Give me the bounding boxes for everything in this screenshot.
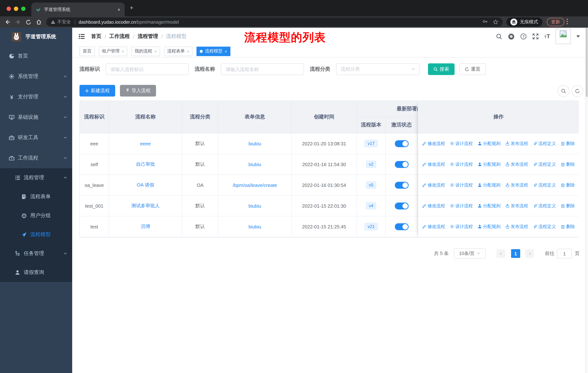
- process-definition-link[interactable]: 流程定义: [533, 203, 556, 209]
- breadcrumb-process-management[interactable]: 流程管理: [138, 33, 158, 40]
- avatar[interactable]: [556, 29, 571, 44]
- process-definition-link[interactable]: 流程定义: [533, 141, 556, 147]
- publish-process-link[interactable]: 发布流程: [505, 161, 528, 167]
- assign-rule-link[interactable]: 分配规则: [478, 161, 501, 167]
- zoom-window-button[interactable]: [21, 6, 26, 11]
- sidebar-item-system[interactable]: 系统管理: [0, 66, 72, 87]
- page-scrollbar[interactable]: [585, 28, 588, 373]
- create-process-button[interactable]: 新建流程: [79, 85, 115, 97]
- prev-page-button[interactable]: [496, 249, 505, 258]
- sidebar-item-process-model[interactable]: 流程模型: [0, 225, 72, 244]
- app-logo[interactable]: 芋道管理系统: [0, 28, 72, 46]
- tag-close-icon[interactable]: ×: [225, 49, 227, 53]
- process-name-link[interactable]: eeee: [140, 141, 151, 146]
- search-icon[interactable]: [496, 33, 502, 40]
- breadcrumb-workflow[interactable]: 工作流程: [109, 33, 130, 40]
- address-bar[interactable]: 不安全 dashboard.yudao.iocoder.cn/bpm/manag…: [46, 18, 503, 27]
- publish-process-link[interactable]: 发布流程: [505, 141, 528, 147]
- refresh-table-button[interactable]: [572, 85, 583, 97]
- design-process-link[interactable]: 设计流程: [450, 203, 473, 209]
- import-process-button[interactable]: 导入流程: [120, 85, 156, 97]
- form-info-link[interactable]: biubiu: [248, 203, 261, 209]
- form-info-link[interactable]: biubiu: [248, 161, 261, 167]
- edit-process-link[interactable]: 修改流程: [422, 182, 445, 188]
- github-icon[interactable]: [508, 33, 515, 40]
- process-definition-link[interactable]: 流程定义: [533, 182, 556, 188]
- process-definition-link[interactable]: 流程定义: [533, 223, 556, 230]
- delete-link[interactable]: 删除: [561, 141, 575, 147]
- form-info-link[interactable]: biubiu: [248, 224, 261, 229]
- sidebar-item-process-management[interactable]: 流程管理: [0, 168, 72, 187]
- process-key-input[interactable]: [106, 63, 189, 75]
- process-name-link[interactable]: 滔博: [141, 223, 150, 230]
- edit-process-link[interactable]: 修改流程: [422, 203, 445, 209]
- sidebar-item-dev-tools[interactable]: 研发工具: [0, 128, 72, 148]
- assign-rule-link[interactable]: 分配规则: [478, 203, 501, 209]
- sidebar-item-infrastructure[interactable]: 基础设施: [0, 107, 72, 128]
- help-icon[interactable]: ?: [520, 33, 527, 40]
- reset-button[interactable]: 重置: [459, 63, 486, 75]
- process-definition-link[interactable]: 流程定义: [533, 161, 556, 167]
- sidebar-item-home[interactable]: 首页: [0, 46, 72, 66]
- form-info-link[interactable]: /bpm/oa/leave/create: [233, 182, 277, 188]
- process-name-input[interactable]: [221, 63, 304, 75]
- edit-process-link[interactable]: 修改流程: [422, 223, 445, 230]
- browser-menu-icon[interactable]: [567, 18, 568, 26]
- assign-rule-link[interactable]: 分配规则: [478, 141, 501, 147]
- publish-process-link[interactable]: 发布流程: [505, 182, 528, 188]
- tag-close-icon[interactable]: ×: [187, 49, 189, 53]
- reload-icon[interactable]: [26, 19, 31, 25]
- tag-my-process[interactable]: 我的流程×: [131, 46, 160, 56]
- edit-process-link[interactable]: 修改流程: [422, 141, 445, 147]
- delete-link[interactable]: 删除: [561, 223, 575, 230]
- page-size-select[interactable]: 10条/页: [454, 248, 486, 259]
- minimize-window-button[interactable]: [14, 6, 18, 11]
- breadcrumb-home[interactable]: 首页: [91, 33, 101, 40]
- design-process-link[interactable]: 设计流程: [450, 161, 473, 167]
- active-toggle[interactable]: [395, 161, 409, 168]
- tag-close-icon[interactable]: ×: [122, 49, 124, 53]
- bookmark-star-icon[interactable]: [493, 19, 498, 25]
- publish-process-link[interactable]: 发布流程: [505, 203, 528, 209]
- scrollbar-thumb[interactable]: [586, 28, 588, 97]
- process-name-link[interactable]: OA 请假: [137, 182, 154, 188]
- new-tab-button[interactable]: +: [130, 5, 133, 11]
- active-toggle[interactable]: [395, 181, 409, 189]
- assign-rule-link[interactable]: 分配规则: [478, 223, 501, 230]
- sidebar-item-process-form[interactable]: 流程表单: [0, 187, 72, 206]
- process-name-link[interactable]: 自己审批: [136, 161, 155, 168]
- design-process-link[interactable]: 设计流程: [450, 141, 473, 147]
- fullscreen-icon[interactable]: [532, 33, 539, 40]
- tag-home[interactable]: 首页: [79, 46, 95, 56]
- process-name-link[interactable]: 测试多审批人: [131, 202, 160, 209]
- form-info-link[interactable]: biubiu: [248, 141, 261, 146]
- search-button[interactable]: 搜索: [428, 63, 455, 75]
- back-icon[interactable]: [4, 19, 10, 25]
- current-page-button[interactable]: 1: [511, 249, 520, 258]
- update-browser-button[interactable]: 更新: [547, 18, 564, 26]
- active-toggle[interactable]: [395, 223, 409, 230]
- design-process-link[interactable]: 设计流程: [450, 223, 473, 230]
- password-key-icon[interactable]: [482, 19, 488, 25]
- close-window-button[interactable]: [7, 6, 11, 11]
- active-toggle[interactable]: [395, 140, 409, 147]
- delete-link[interactable]: 删除: [561, 182, 575, 188]
- edit-process-link[interactable]: 修改流程: [422, 161, 445, 167]
- next-page-button[interactable]: [525, 249, 534, 258]
- tag-close-icon[interactable]: ×: [154, 49, 157, 53]
- assign-rule-link[interactable]: 分配规则: [478, 182, 501, 188]
- tag-process-form[interactable]: 流程表单×: [164, 46, 193, 56]
- sidebar-item-task-management[interactable]: 任务管理: [0, 244, 72, 263]
- process-category-select[interactable]: 流程分类: [336, 63, 420, 75]
- sidebar-item-user-group[interactable]: 用户分组: [0, 206, 72, 225]
- sidebar-collapse-icon[interactable]: [78, 33, 85, 41]
- sidebar-item-payment[interactable]: ¥ 支付管理: [0, 87, 72, 107]
- toggle-search-button[interactable]: [558, 85, 569, 97]
- forward-icon[interactable]: [15, 19, 21, 25]
- active-toggle[interactable]: [395, 202, 409, 209]
- font-size-icon[interactable]: TT: [544, 33, 550, 40]
- tab-close-icon[interactable]: ×: [117, 7, 120, 12]
- publish-process-link[interactable]: 发布流程: [505, 223, 528, 230]
- avatar-dropdown-caret[interactable]: [576, 35, 580, 38]
- delete-link[interactable]: 删除: [561, 203, 575, 209]
